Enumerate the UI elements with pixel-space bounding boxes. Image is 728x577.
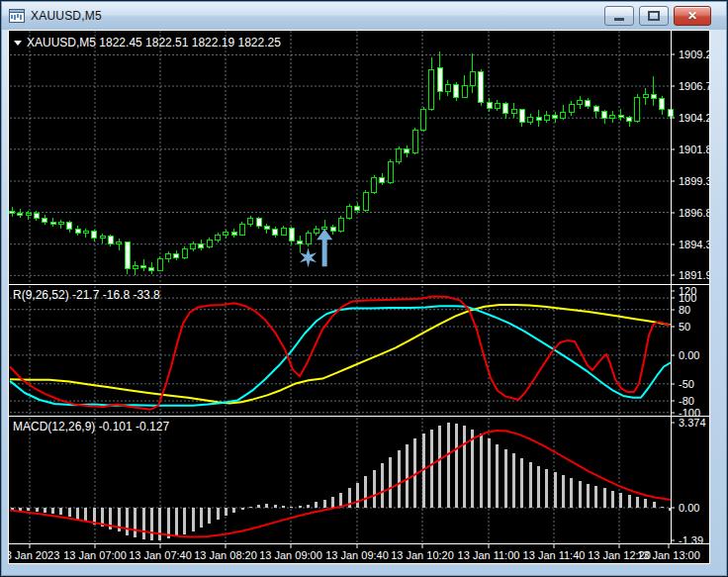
svg-text:1904.25: 1904.25 <box>679 112 710 124</box>
svg-text:-50: -50 <box>679 378 694 390</box>
svg-text:1891.90: 1891.90 <box>679 269 710 281</box>
yellow-line <box>10 305 671 403</box>
window-controls: ✕ <box>604 6 726 26</box>
svg-text:1906.75: 1906.75 <box>679 80 710 92</box>
svg-text:0.00: 0.00 <box>679 349 699 361</box>
time-label: 13 Jan 09:40 <box>325 549 389 561</box>
macd-histogram <box>11 423 673 540</box>
minimize-button[interactable] <box>604 6 634 26</box>
time-label: 13 Jan 08:20 <box>194 549 257 561</box>
time-label: 13 Jan 11:00 <box>458 549 520 561</box>
title-bar[interactable]: XAUUSD,M5 ✕ <box>2 2 726 30</box>
time-label: 13 Jan 13:00 <box>637 549 700 561</box>
close-button[interactable]: ✕ <box>674 6 711 26</box>
price-chart-canvas[interactable]: 1909.201906.751904.251901.801899.301896.… <box>8 30 710 564</box>
axis-labels: 1909.201906.751904.251901.801899.301896.… <box>8 48 710 561</box>
triangle-down-icon <box>14 41 22 46</box>
oscillator-lines <box>10 296 671 409</box>
svg-text:-80: -80 <box>679 395 694 407</box>
svg-text:0.00: 0.00 <box>679 502 699 514</box>
svg-text:1901.80: 1901.80 <box>679 144 710 155</box>
restore-icon <box>648 11 660 21</box>
time-label: 13 Jan 2023 <box>8 549 59 561</box>
time-label: 13 Jan 11:40 <box>523 549 586 561</box>
restore-button[interactable] <box>639 6 669 26</box>
red-line <box>10 296 671 409</box>
close-icon: ✕ <box>687 9 697 23</box>
svg-text:80: 80 <box>679 304 690 316</box>
oscillator-header: R(9,26,52) -21.7 -16.8 -33.8 <box>13 288 160 302</box>
time-label: 13 Jan 09:00 <box>259 549 322 561</box>
time-label: 13 Jan 07:00 <box>63 549 127 561</box>
arrow-up-icon <box>317 229 332 266</box>
chart-client-area[interactable]: 1909.201906.751904.251901.801899.301896.… <box>8 30 710 564</box>
svg-text:50: 50 <box>679 321 690 333</box>
svg-text:1896.85: 1896.85 <box>679 207 710 219</box>
svg-text:3.374: 3.374 <box>679 417 706 429</box>
svg-text:100: 100 <box>679 292 696 304</box>
svg-text:1894.35: 1894.35 <box>679 239 710 250</box>
time-label: 13 Jan 10:20 <box>391 549 454 561</box>
candles-layer <box>10 51 674 276</box>
cyan-line <box>10 306 671 406</box>
minimize-icon <box>614 18 624 21</box>
star-icon <box>300 247 317 267</box>
time-label: 13 Jan 07:40 <box>129 549 192 561</box>
chart-window: XAUUSD,M5 ✕ 1909.201906.751904.251901.80… <box>0 0 728 577</box>
window-title: XAUUSD,M5 <box>31 9 102 23</box>
macd-header: MACD(12,26,9) -0.101 -0.127 <box>13 420 169 433</box>
svg-text:1909.20: 1909.20 <box>679 48 710 60</box>
chart-document-icon <box>9 9 25 23</box>
svg-text:1899.30: 1899.30 <box>679 175 710 187</box>
svg-text:-1.39: -1.39 <box>679 534 703 546</box>
main-chart-header: XAUUSD,M5 1822.45 1822.51 1822.19 1822.2… <box>27 36 281 49</box>
